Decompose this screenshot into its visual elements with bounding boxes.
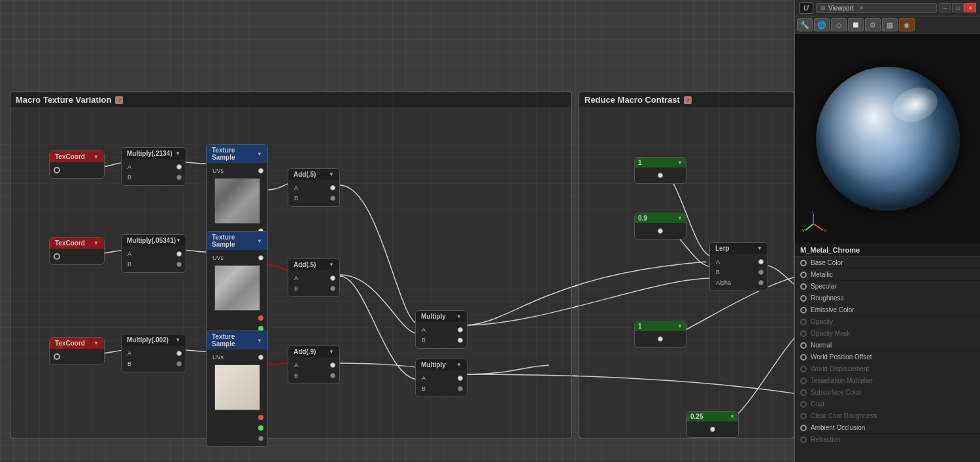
mult1-a-pin[interactable] [177,164,182,169]
multiply-2-arrow[interactable]: ▼ [176,238,181,243]
prop-ao[interactable]: Ambient Occlusion [795,422,980,434]
multiply-node-2[interactable]: Multiply(.05341) ▼ A B [121,234,186,273]
texcoord-1-output-pin[interactable] [54,167,60,173]
prop-opacity-mask[interactable]: Opacity Mask [795,328,980,340]
prop-specular[interactable]: Specular [795,281,980,293]
prop-tess-mult[interactable]: Tessellation Multiplier [795,375,980,387]
add3-b-pin[interactable] [330,373,335,378]
multiply-3-arrow[interactable]: ▼ [175,337,180,343]
toolbar-btn-3[interactable]: ◇ [831,18,847,31]
tex-sample-1-arrow[interactable]: ▼ [257,151,262,157]
prop-base-color[interactable]: Base Color [795,257,980,269]
prop-roughness[interactable]: Roughness [795,293,980,304]
multiply-node-4[interactable]: Multiply ▼ A B [415,310,467,349]
val1b-out-pin[interactable] [658,336,663,342]
add1-b-pin[interactable] [330,196,335,201]
prop-world-pos[interactable]: World Position Offset [795,351,980,363]
prop-coat[interactable]: Coat [795,399,980,410]
texcoord-3-arrow[interactable]: ▼ [93,340,99,346]
ts3-r-pin[interactable] [258,415,263,420]
mult2-b-pin[interactable] [177,262,182,267]
val025-out-pin[interactable] [710,427,715,432]
node-editor[interactable]: Macro Texture Variation 📌 Reduce Macro C… [0,0,794,462]
multiply-node-5[interactable]: Multiply ▼ A B [415,359,467,397]
add-node-1[interactable]: Add(.5) ▼ A B [288,168,340,207]
mult4-a-pin[interactable] [458,327,463,332]
texcoord-node-2[interactable]: TexCoord ▼ [49,237,105,265]
lerp-arrow[interactable]: ▼ [757,245,762,251]
multiply-4-arrow[interactable]: ▼ [456,313,462,319]
viewport-close[interactable]: ✕ [859,5,864,11]
mult4-b-pin[interactable] [458,338,463,343]
lerp-node[interactable]: Lerp ▼ A B Alpha [709,242,768,291]
texture-sample-node-3[interactable]: Texture Sample ▼ UVs [206,330,268,447]
viewport-tab[interactable]: ⊞ Viewport ✕ [816,3,937,13]
add-3-arrow[interactable]: ▼ [329,349,334,355]
lerp-b-pin[interactable] [758,270,764,275]
add2-b-pin[interactable] [330,286,335,291]
toolbar-btn-5[interactable]: ⚙ [865,18,881,31]
prop-refraction[interactable]: Refraction [795,434,980,446]
toolbar-btn-6[interactable]: ▦ [882,18,898,31]
val-1b-node[interactable]: 1 ▼ [634,321,686,347]
add-node-2[interactable]: Add(.5) ▼ A B [288,258,340,297]
mult5-b-pin[interactable] [458,386,463,391]
tex-sample-3-arrow[interactable]: ▼ [257,338,262,344]
val1-out-pin[interactable] [658,173,663,178]
toolbar-btn-2[interactable]: 🌐 [814,18,830,31]
tex-sample-2-arrow[interactable]: ▼ [257,238,262,244]
val-1b-arrow[interactable]: ▼ [677,323,683,329]
val-1-arrow[interactable]: ▼ [677,160,683,166]
mult1-b-pin[interactable] [177,175,182,180]
prop-metallic[interactable]: Metallic [795,269,980,281]
prop-clear-coat-rough[interactable]: Clear Coat Roughness [795,410,980,422]
maximize-button[interactable]: □ [952,3,964,12]
viewport-canvas[interactable]: X Y Z [795,34,980,243]
texcoord-2-arrow[interactable]: ▼ [93,240,99,246]
add2-a-pin[interactable] [330,275,335,281]
ts1-uvs-pin[interactable] [258,168,263,173]
toolbar-btn-4[interactable]: 🔲 [848,18,864,31]
prop-opacity[interactable]: Opacity [795,316,980,328]
add-1-arrow[interactable]: ▼ [329,171,334,177]
texcoord-1-arrow[interactable]: ▼ [93,154,99,160]
close-button[interactable]: ✕ [964,3,976,12]
mult3-b-pin[interactable] [177,361,182,366]
add-2-arrow[interactable]: ▼ [329,262,334,268]
lerp-a-pin[interactable] [758,259,764,264]
mult3-a-pin[interactable] [177,351,182,356]
val09-out-pin[interactable] [658,228,663,234]
prop-subsurface[interactable]: Subsurface Color [795,387,980,399]
ts2-uvs-pin[interactable] [258,255,263,260]
multiply-node-1[interactable]: Multiply(.2134) ▼ A B [121,147,186,186]
ts3-g-pin[interactable] [258,425,263,431]
multiply-5-arrow[interactable]: ▼ [456,362,462,368]
toolbar-btn-1[interactable]: 🔧 [797,18,813,31]
prop-emissive[interactable]: Emissive Color [795,304,980,316]
texcoord-3-output-pin[interactable] [54,353,60,360]
ts3-a-pin[interactable] [258,436,263,441]
texcoord-node-1[interactable]: TexCoord ▼ [49,151,105,179]
ts2-r-pin[interactable] [258,315,263,321]
val-025-arrow[interactable]: ▼ [730,414,735,419]
val-09-arrow[interactable]: ▼ [677,215,683,221]
multiply-1-arrow[interactable]: ▼ [175,151,180,156]
ts3-uvs-pin[interactable] [258,355,263,360]
val-09-node[interactable]: 0.9 ▼ [634,213,686,240]
texcoord-2-output-pin[interactable] [54,253,60,260]
mult2-a-pin[interactable] [177,251,182,257]
prop-normal[interactable]: Normal [795,340,980,351]
val-025-node[interactable]: 0.25 ▼ [686,411,739,438]
comment-reduce-contrast-pin[interactable]: 📌 [684,96,692,104]
add1-a-pin[interactable] [330,185,335,190]
comment-macro-texture-pin[interactable]: 📌 [115,96,123,104]
toolbar-btn-7[interactable]: ◉ [899,18,915,31]
prop-world-disp[interactable]: World Displacement [795,363,980,375]
add3-a-pin[interactable] [330,363,335,368]
multiply-node-3[interactable]: Multiply(.002) ▼ A B [121,334,186,372]
val-1-node[interactable]: 1 ▼ [634,157,686,184]
lerp-alpha-pin[interactable] [758,280,764,285]
mult5-a-pin[interactable] [458,376,463,381]
add-node-3[interactable]: Add(.9) ▼ A B [288,346,340,384]
texcoord-node-3[interactable]: TexCoord ▼ [49,337,105,365]
